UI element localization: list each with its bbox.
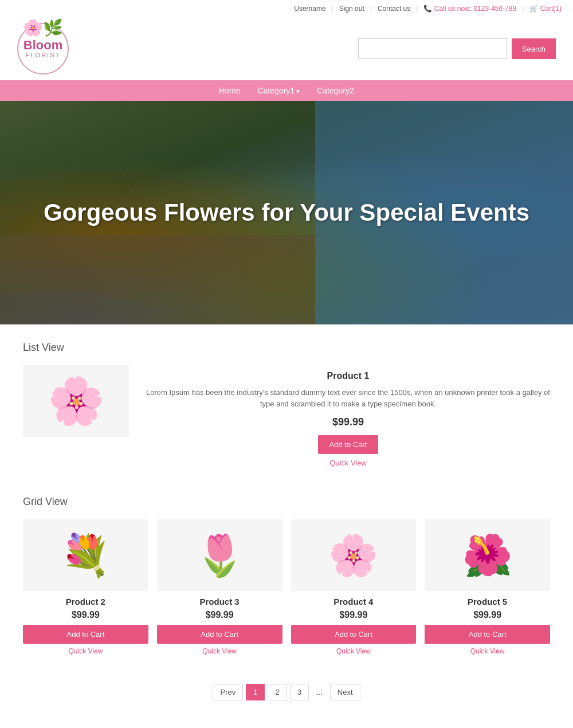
grid-flower-icon-2: 💐	[61, 532, 111, 579]
grid-product-image-box: 🌸	[291, 519, 417, 591]
cart-icon: 🛒	[529, 5, 538, 13]
top-bar: Username | Sign out | Contact us | 📞 Cal…	[0, 0, 573, 17]
grid-product-name-5: Product 5	[425, 597, 550, 606]
list-product-image-box: 🌸	[23, 365, 129, 437]
nav-category1[interactable]: Category1	[258, 86, 300, 95]
grid-product-name-3: Product 3	[157, 597, 282, 606]
hero-title: Gorgeous Flowers for Your Special Events	[44, 198, 529, 227]
grid-container: 💐 Product 2 $99.99 Add to Cart Quick Vie…	[23, 519, 550, 655]
username-link[interactable]: Username	[294, 5, 325, 13]
grid-view-title: Grid View	[23, 496, 550, 508]
grid-item: 🌸 Product 4 $99.99 Add to Cart Quick Vie…	[291, 519, 417, 655]
contact-link[interactable]: Contact us	[378, 5, 410, 13]
logo-flowers-icon: 🌸🌿	[23, 18, 63, 37]
grid-item: 🌷 Product 3 $99.99 Add to Cart Quick Vie…	[157, 519, 282, 655]
grid-add-to-cart-button-4[interactable]: Add to Cart	[291, 625, 417, 644]
separator4: |	[522, 5, 524, 13]
logo-area: 🌸🌿 Bloom FLORIST	[17, 23, 69, 75]
header: 🌸🌿 Bloom FLORIST Search	[0, 17, 573, 80]
grid-product-image-box: 🌷	[157, 519, 282, 591]
search-area: Search	[358, 38, 556, 59]
grid-quick-view-button-3[interactable]: Quick View	[202, 647, 237, 655]
nav-category2[interactable]: Category2	[317, 86, 354, 95]
logo-florist-text: FLORIST	[26, 52, 60, 58]
cart-link[interactable]: 🛒 Cart(1)	[529, 5, 562, 13]
pagination-dots: ...	[312, 684, 327, 700]
navigation: Home Category1 Category2	[0, 80, 573, 101]
grid-item: 🌺 Product 5 $99.99 Add to Cart Quick Vie…	[425, 519, 550, 655]
grid-product-name-2: Product 2	[23, 597, 148, 606]
hero-content: Gorgeous Flowers for Your Special Events	[44, 198, 529, 227]
hero-banner: Gorgeous Flowers for Your Special Events	[0, 101, 573, 324]
grid-quick-view-button-4[interactable]: Quick View	[336, 647, 371, 655]
list-product-description: Lorem Ipsum has been the industry's stan…	[146, 387, 550, 409]
grid-product-image-box: 💐	[23, 519, 148, 591]
list-view-item: 🌸 Product 1 Lorem Ipsum has been the ind…	[23, 365, 550, 467]
grid-add-to-cart-button-5[interactable]: Add to Cart	[425, 625, 550, 644]
pagination: Prev 1 2 3 ... Next	[0, 672, 573, 718]
phone-icon: 📞	[423, 5, 432, 13]
list-add-to-cart-button[interactable]: Add to Cart	[318, 435, 379, 454]
logo: 🌸🌿 Bloom FLORIST	[17, 23, 69, 75]
nav-home[interactable]: Home	[219, 86, 240, 95]
separator2: |	[370, 5, 372, 13]
list-product-flower-icon: 🌸	[48, 374, 105, 428]
phone-info: 📞 Call us now: 0123-456-789	[423, 5, 516, 13]
grid-flower-icon-4: 🌸	[328, 532, 378, 579]
page-3-button[interactable]: 3	[290, 684, 309, 700]
list-product-price: $99.99	[146, 416, 550, 428]
separator1: |	[332, 5, 333, 13]
list-product-info: Product 1 Lorem Ipsum has been the indus…	[146, 365, 550, 467]
signout-link[interactable]: Sign out	[339, 5, 364, 13]
list-quick-view-button[interactable]: Quick View	[329, 459, 367, 467]
cart-label: Cart(1)	[540, 5, 562, 13]
search-input[interactable]	[358, 38, 507, 59]
grid-add-to-cart-button-3[interactable]: Add to Cart	[157, 625, 282, 644]
list-view-section: List View 🌸 Product 1 Lorem Ipsum has be…	[0, 324, 573, 496]
separator3: |	[416, 5, 418, 13]
grid-product-price-3: $99.99	[157, 610, 282, 620]
grid-add-to-cart-button-2[interactable]: Add to Cart	[23, 625, 148, 644]
prev-button[interactable]: Prev	[213, 684, 243, 700]
grid-flower-icon-3: 🌷	[195, 532, 245, 579]
phone-number: Call us now: 0123-456-789	[434, 5, 516, 13]
page-1-button[interactable]: 1	[246, 684, 265, 700]
grid-item: 💐 Product 2 $99.99 Add to Cart Quick Vie…	[23, 519, 148, 655]
logo-bloom-text: Bloom	[23, 39, 62, 52]
grid-product-price-5: $99.99	[425, 610, 550, 620]
grid-quick-view-button-2[interactable]: Quick View	[68, 647, 103, 655]
list-view-title: List View	[23, 342, 550, 354]
grid-view-section: Grid View 💐 Product 2 $99.99 Add to Cart…	[0, 496, 573, 672]
grid-product-image-box: 🌺	[425, 519, 550, 591]
grid-product-price-4: $99.99	[291, 610, 417, 620]
page-2-button[interactable]: 2	[268, 684, 286, 700]
grid-product-price-2: $99.99	[23, 610, 148, 620]
grid-flower-icon-5: 🌺	[462, 532, 512, 579]
list-product-name: Product 1	[146, 371, 550, 381]
grid-quick-view-button-5[interactable]: Quick View	[470, 647, 505, 655]
next-button[interactable]: Next	[330, 684, 360, 700]
search-button[interactable]: Search	[512, 38, 556, 59]
grid-product-name-4: Product 4	[291, 597, 417, 606]
